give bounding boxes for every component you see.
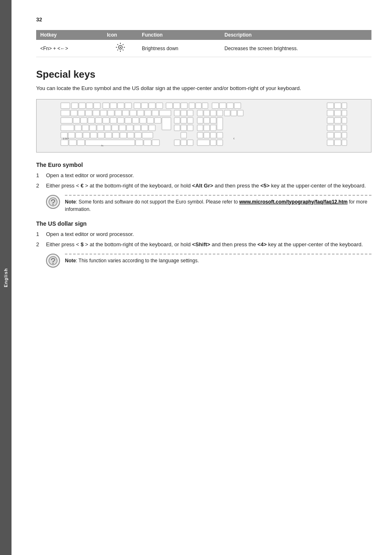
svg-rect-86 (342, 118, 347, 123)
svg-rect-61 (334, 110, 341, 116)
svg-rect-119 (142, 132, 153, 138)
svg-rect-41 (100, 110, 107, 116)
svg-rect-113 (98, 132, 104, 138)
table-header-icon: Icon (103, 30, 138, 40)
svg-line-4 (117, 44, 118, 45)
svg-rect-65 (81, 118, 87, 123)
svg-rect-10 (61, 103, 70, 109)
svg-rect-137 (187, 140, 193, 146)
svg-text:€: € (233, 137, 235, 140)
table-header-description: Description (220, 30, 371, 40)
svg-rect-21 (149, 103, 155, 109)
hotkey-table: Hotkey Icon Function Description <Fn> + … (36, 30, 371, 57)
dollar-step-2: 2 Either press < $ > at the bottom-right… (36, 240, 371, 249)
svg-rect-100 (181, 125, 187, 131)
svg-rect-70 (118, 118, 124, 123)
svg-rect-67 (95, 118, 102, 123)
svg-rect-91 (97, 125, 104, 131)
svg-rect-45 (130, 110, 136, 116)
svg-rect-16 (110, 103, 117, 109)
svg-line-5 (122, 50, 123, 51)
svg-rect-17 (118, 103, 124, 109)
dollar-note-bold: Note (65, 258, 76, 264)
svg-point-150 (53, 263, 53, 264)
svg-rect-32 (234, 103, 241, 109)
svg-rect-115 (113, 132, 119, 138)
table-row: <Fn> + <←> (36, 40, 371, 57)
svg-rect-116 (120, 132, 127, 138)
svg-rect-122 (204, 132, 210, 138)
svg-rect-49 (159, 110, 171, 116)
svg-rect-85 (334, 118, 341, 123)
note-divider (65, 195, 371, 196)
svg-rect-52 (187, 110, 193, 116)
svg-rect-128 (61, 140, 68, 146)
svg-rect-93 (112, 125, 118, 131)
svg-rect-121 (197, 132, 203, 138)
svg-rect-62 (342, 110, 347, 116)
svg-rect-105 (327, 125, 334, 131)
svg-line-6 (122, 44, 123, 45)
svg-rect-72 (132, 118, 139, 123)
euro-note-link[interactable]: www.microsoft.com/typography/faq/faq12.h… (239, 199, 348, 205)
svg-point-9 (120, 47, 121, 48)
svg-rect-141 (327, 140, 334, 146)
svg-rect-43 (115, 110, 122, 116)
dollar-steps-list: 1 Open a text editor or word processor. … (36, 230, 371, 249)
svg-rect-51 (181, 110, 187, 116)
svg-rect-57 (224, 110, 230, 116)
svg-rect-60 (327, 110, 334, 116)
svg-rect-136 (181, 140, 187, 146)
dollar-note-text: Note: This function varies according to … (65, 257, 371, 264)
svg-rect-110 (76, 132, 82, 138)
svg-rect-35 (342, 103, 347, 109)
svg-rect-22 (156, 103, 163, 109)
dollar-step-1: 1 Open a text editor or word processor. (36, 230, 371, 238)
function-cell: Brightness down (138, 40, 220, 57)
svg-rect-77 (174, 118, 180, 123)
svg-rect-82 (210, 118, 216, 123)
svg-rect-59 (238, 110, 243, 116)
svg-rect-130 (77, 140, 85, 146)
dollar-section-title: The US dollar sign (36, 220, 371, 227)
svg-rect-133 (144, 140, 151, 146)
svg-rect-101 (187, 125, 193, 131)
svg-rect-27 (196, 103, 201, 109)
svg-rect-15 (103, 103, 109, 109)
svg-rect-53 (197, 110, 203, 116)
svg-rect-63 (61, 118, 72, 123)
special-keys-title: Special keys (36, 69, 371, 80)
page-number: 32 (36, 16, 371, 23)
dollar-step-2-text: Either press < $ > at the bottom-right o… (46, 240, 363, 249)
svg-rect-95 (127, 125, 133, 131)
euro-note-icon (46, 195, 60, 209)
svg-rect-69 (110, 118, 117, 123)
svg-rect-42 (108, 110, 114, 116)
svg-rect-13 (86, 103, 93, 109)
svg-rect-81 (204, 118, 210, 123)
svg-rect-117 (127, 132, 134, 138)
euro-step-1: 1 Open a text editor or word processor. (36, 171, 371, 180)
svg-rect-104 (210, 125, 216, 131)
dollar-note-content: Note: This function varies according to … (65, 254, 371, 264)
euro-step-2: 2 Either press < € > at the bottom-right… (36, 182, 371, 190)
svg-rect-78 (181, 118, 187, 123)
svg-rect-58 (231, 110, 237, 116)
svg-rect-33 (327, 103, 334, 109)
svg-rect-94 (119, 125, 126, 131)
svg-rect-125 (327, 132, 334, 138)
dollar-step-1-text: Open a text editor or word processor. (46, 230, 134, 238)
svg-rect-28 (202, 103, 208, 109)
svg-rect-126 (334, 132, 341, 138)
svg-rect-139 (210, 140, 216, 146)
euro-note-body: : Some fonts and software do not support… (76, 199, 240, 205)
svg-rect-123 (210, 132, 216, 138)
svg-rect-124 (217, 132, 223, 138)
svg-rect-30 (219, 103, 226, 109)
euro-note-content: Note: Some fonts and software do not sup… (65, 195, 371, 213)
svg-rect-11 (71, 103, 78, 109)
dollar-note-icon (46, 254, 60, 268)
svg-rect-71 (125, 118, 131, 123)
special-keys-intro: You can locate the Euro symbol and the U… (36, 84, 371, 92)
svg-rect-80 (197, 118, 203, 123)
